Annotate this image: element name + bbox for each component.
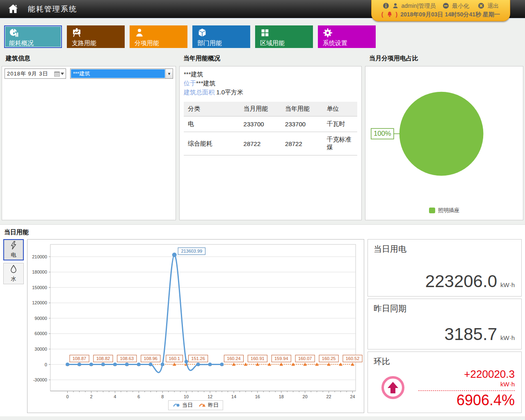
nav-branch-energy[interactable]: 支路用能 xyxy=(67,25,125,48)
building-select[interactable]: ***建筑 ▼ xyxy=(70,68,173,79)
daily-usage-chart: -300000300006000090000120000150000180000… xyxy=(27,240,364,413)
section-gap xyxy=(0,220,525,224)
pie-panel: 当月分项用电占比 100% 照明插座 xyxy=(365,50,523,220)
svg-text:108.87: 108.87 xyxy=(73,356,86,361)
pie-chart: 100% xyxy=(365,66,523,207)
panel-title: 建筑信息 xyxy=(2,50,176,66)
gear-icon xyxy=(323,28,376,38)
svg-text:0: 0 xyxy=(45,362,47,367)
pie-legend-swatch xyxy=(429,208,435,213)
svg-text:22: 22 xyxy=(326,394,331,399)
svg-text:151.26: 151.26 xyxy=(191,356,205,361)
area-value: 1.0平方米 xyxy=(216,89,243,96)
svg-text:160.25: 160.25 xyxy=(322,356,336,361)
tab-water[interactable]: 水 xyxy=(3,263,24,284)
cell: 28722 xyxy=(283,132,324,155)
user-badge: admin|管理员 最小化 退出 ( ) 2018年09月03日 14时50分4… xyxy=(371,0,510,21)
svg-text:24: 24 xyxy=(350,394,355,399)
logout-button[interactable]: 退出 xyxy=(487,2,499,10)
pie-legend[interactable]: 照明插座 xyxy=(365,207,523,220)
tab-label: 水 xyxy=(11,275,16,283)
svg-text:6: 6 xyxy=(137,394,140,399)
ratio-card: 环比 +220020.3 kW·h 6906.4% xyxy=(368,352,522,413)
grid-icon xyxy=(260,28,313,38)
minimize-button[interactable]: 最小化 xyxy=(452,2,469,10)
minimize-icon[interactable] xyxy=(443,2,449,9)
building-name: ***建筑 xyxy=(184,70,357,79)
main-nav: 能耗概况 支路用能 分项用能 部门用能 区域用能 系统设置 xyxy=(0,19,525,48)
cell: 233700 xyxy=(241,116,283,132)
yesterday-usage-unit: kW·h xyxy=(500,334,515,341)
svg-text:4: 4 xyxy=(114,394,116,399)
card-title: 环比 xyxy=(374,356,516,367)
panel-title: 当月分项用电占比 xyxy=(365,50,523,66)
svg-text:20: 20 xyxy=(303,394,308,399)
svg-text:160.1: 160.1 xyxy=(169,356,180,361)
table-row: 综合能耗 28722 28722 千克标准煤 xyxy=(184,132,357,155)
nav-label: 支路用能 xyxy=(72,39,125,47)
svg-text:108.96: 108.96 xyxy=(144,356,158,361)
water-drop-icon xyxy=(9,265,18,275)
alarm-paren-close: ) xyxy=(396,10,398,18)
pie-slice-label: 100% xyxy=(374,130,391,137)
today-usage-unit: kW·h xyxy=(500,281,515,288)
table-row: 电 233700 233700 千瓦时 xyxy=(184,116,357,132)
chart-legend[interactable]: 当日 昨日 xyxy=(168,400,223,410)
energy-table: 分类 当月用能 当年用能 单位 电 233700 233700 千瓦时 综合能耗… xyxy=(184,102,357,155)
card-title: 当日用电 xyxy=(374,244,516,255)
close-icon[interactable] xyxy=(478,2,484,9)
nav-system-settings[interactable]: 系统设置 xyxy=(318,25,376,48)
cell: 电 xyxy=(184,116,241,132)
ratio-percent-value: 6906.4% xyxy=(418,392,515,409)
svg-text:150000: 150000 xyxy=(32,285,47,290)
nav-department-energy[interactable]: 部门用能 xyxy=(192,25,250,48)
svg-text:8: 8 xyxy=(161,394,164,399)
svg-text:2: 2 xyxy=(90,394,92,399)
yearly-energy-panel: 当年用能概况 ***建筑 位于***建筑 建筑总面积 1.0平方米 分类 当月用… xyxy=(179,50,362,220)
presentation-chart-icon xyxy=(72,28,125,38)
svg-text:14: 14 xyxy=(231,394,236,399)
nav-energy-overview[interactable]: 能耗概况 xyxy=(4,25,62,48)
svg-text:160.24: 160.24 xyxy=(227,356,240,361)
svg-text:160.52: 160.52 xyxy=(346,356,359,361)
ratio-delta-value: +220020.3 xyxy=(418,368,515,380)
svg-text:159.94: 159.94 xyxy=(274,356,288,361)
cube-icon xyxy=(197,28,250,38)
today-usage-value: 223206.0 xyxy=(425,272,497,291)
location-value: ***建筑 xyxy=(196,80,216,87)
tab-electricity[interactable]: 电 xyxy=(3,239,24,260)
svg-text:210000: 210000 xyxy=(32,254,47,259)
svg-text:-30000: -30000 xyxy=(33,377,47,382)
calendar-icon[interactable] xyxy=(54,71,66,77)
nav-category-energy[interactable]: 分项用能 xyxy=(130,25,187,48)
svg-text:18: 18 xyxy=(279,394,284,399)
col-header: 单位 xyxy=(324,102,357,116)
today-usage-card: 当日用电 223206.0 kW·h xyxy=(368,239,522,297)
svg-text:30000: 30000 xyxy=(34,347,47,352)
home-icon[interactable] xyxy=(5,2,21,16)
panel-title: 当年用能概况 xyxy=(179,50,362,66)
svg-text:0: 0 xyxy=(66,394,68,399)
yesterday-usage-value: 3185.7 xyxy=(445,324,497,344)
top-panels: 建筑信息 2018年 9月 3日 ***建筑 ▼ 当年用能概况 ***建筑 xyxy=(0,48,525,220)
building-select-value: ***建筑 xyxy=(71,69,165,78)
info-icon[interactable] xyxy=(383,2,389,9)
today-legend-marker xyxy=(173,402,181,409)
nav-area-energy[interactable]: 区域用能 xyxy=(255,25,313,48)
svg-text:16: 16 xyxy=(255,394,260,399)
user-icon xyxy=(392,2,399,9)
datetime-label: 2018年09月03日 14时50分41秒 星期一 xyxy=(400,10,500,18)
date-value: 2018年 9月 3日 xyxy=(7,70,54,78)
chevron-down-icon[interactable]: ▼ xyxy=(165,69,173,78)
nav-label: 分项用能 xyxy=(135,39,187,47)
daily-usage-section: 当日用能 电 水 -300000300006000090000120000150… xyxy=(0,224,525,416)
lightning-icon xyxy=(9,241,18,251)
svg-text:12: 12 xyxy=(208,394,212,399)
tab-label: 电 xyxy=(11,251,16,259)
date-picker[interactable]: 2018年 9月 3日 xyxy=(5,68,66,79)
daily-usage-chart-panel: -300000300006000090000120000150000180000… xyxy=(27,239,364,413)
cell: 千瓦时 xyxy=(324,116,357,132)
svg-text:160.91: 160.91 xyxy=(251,356,264,361)
bell-icon[interactable] xyxy=(386,11,393,18)
topbar: 能耗管理系统 admin|管理员 最小化 退出 ( ) 20 xyxy=(0,0,525,19)
